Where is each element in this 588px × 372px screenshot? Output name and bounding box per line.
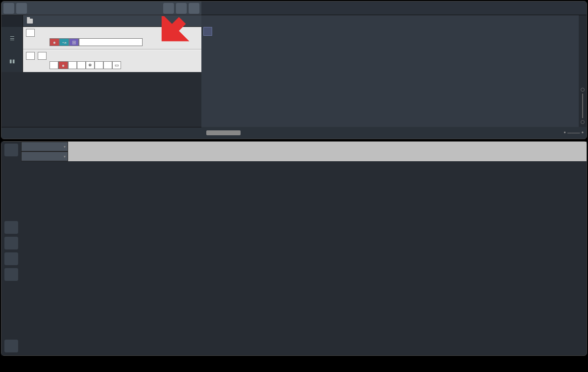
chord-pad-sidebar xyxy=(1,142,21,355)
instrument-selector[interactable] xyxy=(79,38,143,46)
solo-button[interactable] xyxy=(38,52,47,60)
rail-midi-icon: ▮▮ xyxy=(1,50,23,72)
ruler[interactable] xyxy=(201,1,587,15)
bottom-tabs xyxy=(0,356,588,371)
edit-button[interactable] xyxy=(77,61,86,69)
chordtype-dropdown[interactable] xyxy=(21,151,68,161)
blank-button[interactable] xyxy=(49,61,58,69)
track-row-bus[interactable] xyxy=(1,15,201,27)
track-preset-button[interactable] xyxy=(16,3,27,14)
keyboard-row xyxy=(21,142,587,161)
record-button[interactable] xyxy=(4,252,18,265)
monitor-button[interactable]: ↝ xyxy=(59,38,69,46)
mute-button[interactable] xyxy=(26,52,35,60)
home-button[interactable] xyxy=(163,3,174,14)
track-row-midi[interactable]: ▮▮ ● ❄ xyxy=(1,50,201,72)
track-row-chord[interactable]: ☰ ● ↝ ⊞ xyxy=(1,27,201,50)
mute-button[interactable] xyxy=(26,29,35,37)
player-dropdown[interactable] xyxy=(21,142,68,151)
chord-assist-button[interactable]: ⊞ xyxy=(69,38,79,46)
scrollbar-thumb[interactable] xyxy=(206,130,241,135)
freeze-button[interactable]: ❄ xyxy=(86,61,95,69)
rail-folder-icon xyxy=(1,15,23,27)
record-enable-button[interactable]: ● xyxy=(58,61,68,69)
search-button[interactable] xyxy=(189,3,199,14)
timeline: • ─── • xyxy=(201,1,587,139)
chord-pad-panel xyxy=(1,141,587,356)
edit-icon-button[interactable] xyxy=(4,221,18,234)
list-button[interactable] xyxy=(176,3,187,14)
comment-button[interactable] xyxy=(4,237,18,249)
horizontal-scrollbar[interactable]: • ─── • xyxy=(201,127,587,139)
write-automation-button[interactable] xyxy=(103,61,112,69)
chord-pads xyxy=(21,161,587,355)
chord-event[interactable] xyxy=(203,27,212,47)
monitor-button[interactable] xyxy=(68,61,77,69)
record-enable-button[interactable]: ● xyxy=(49,38,59,46)
settings-button[interactable] xyxy=(4,340,18,352)
chord-lane[interactable] xyxy=(201,27,587,49)
chord-root xyxy=(203,27,212,36)
piano-keyboard[interactable] xyxy=(68,142,587,161)
player-selectors xyxy=(21,142,68,161)
expand-button[interactable] xyxy=(4,268,18,281)
tracklist-header xyxy=(1,1,201,15)
read-automation-button[interactable] xyxy=(95,61,103,69)
rail-chord-icon: ☰ xyxy=(1,27,23,50)
add-track-button[interactable] xyxy=(3,3,14,14)
track-list: ☰ ● ↝ ⊞ ▮▮ xyxy=(1,1,201,139)
vertical-scrollbar[interactable] xyxy=(579,15,587,127)
lane-button[interactable]: ▭ xyxy=(112,61,121,69)
tracklist-footer xyxy=(1,127,201,139)
arrange-panel: ☰ ● ↝ ⊞ ▮▮ xyxy=(1,1,587,139)
undo-button[interactable] xyxy=(4,144,18,156)
zoom-control[interactable]: • ─── • xyxy=(562,129,584,136)
folder-icon xyxy=(27,19,33,24)
